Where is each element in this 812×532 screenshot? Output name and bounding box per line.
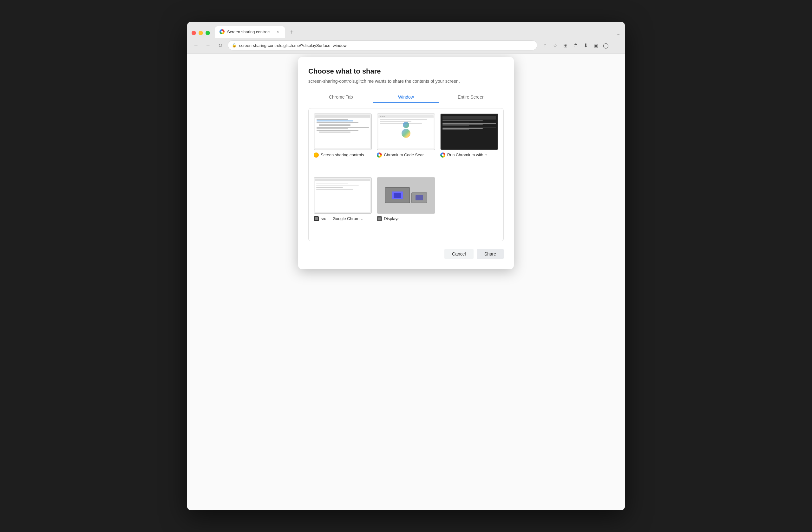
window-grid: Screen sharing controls bbox=[308, 108, 504, 241]
refresh-button[interactable]: ↻ bbox=[216, 41, 224, 50]
tab-title: Screen sharing controls bbox=[227, 29, 273, 34]
address-text: screen-sharing-controls.glitch.me/?displ… bbox=[239, 43, 533, 48]
browser-tab[interactable]: Screen sharing controls × bbox=[215, 26, 285, 38]
window-preview-4 bbox=[314, 177, 372, 214]
window-icon-3 bbox=[440, 152, 445, 158]
window-item-chromium-code[interactable]: Chromium Code Searc… bbox=[376, 112, 436, 174]
browser-window: Screen sharing controls × + ⌄ ← → ↻ 🔒 sc… bbox=[187, 22, 625, 510]
window-icon-1 bbox=[314, 152, 319, 158]
window-label-text-4: src — Google Chrome... bbox=[321, 216, 365, 221]
back-button[interactable]: ← bbox=[192, 41, 201, 50]
share-button[interactable]: Share bbox=[477, 249, 504, 259]
menu-icon[interactable]: ⋮ bbox=[611, 41, 620, 50]
window-item-run-chromium[interactable]: Run Chromium with co… bbox=[439, 112, 499, 174]
window-preview-5 bbox=[377, 177, 435, 214]
lock-icon: 🔒 bbox=[232, 43, 237, 47]
modal-footer: Cancel Share bbox=[308, 249, 504, 259]
forward-button[interactable]: → bbox=[204, 41, 213, 50]
tab-favicon bbox=[219, 29, 224, 34]
page-content: Choose what to share screen-sharing-cont… bbox=[187, 54, 625, 510]
window-preview-1 bbox=[314, 114, 372, 150]
new-tab-button[interactable]: + bbox=[287, 28, 296, 36]
window-label-4: src — Google Chrome... bbox=[314, 216, 372, 221]
window-item-screen-sharing[interactable]: Screen sharing controls bbox=[313, 112, 373, 174]
flask-icon[interactable]: ⚗ bbox=[571, 41, 580, 50]
window-label-text-2: Chromium Code Searc… bbox=[384, 152, 428, 157]
modal-subtitle: screen-sharing-controls.glitch.me wants … bbox=[308, 79, 504, 84]
tab-chrome-tab[interactable]: Chrome Tab bbox=[308, 91, 373, 103]
window-label-5: Displays bbox=[377, 216, 435, 221]
tab-dropdown-button[interactable]: ⌄ bbox=[616, 30, 620, 36]
window-label-1: Screen sharing controls bbox=[314, 152, 372, 158]
address-row: ← → ↻ 🔒 screen-sharing-controls.glitch.m… bbox=[187, 38, 625, 54]
toolbar-icons: ↑ ☆ ⊞ ⚗ ⬇ ▣ ◯ ⋮ bbox=[540, 41, 620, 50]
traffic-lights bbox=[192, 31, 210, 38]
cancel-button[interactable]: Cancel bbox=[444, 249, 474, 259]
window-icon-2 bbox=[377, 152, 382, 158]
window-preview-3 bbox=[440, 114, 498, 150]
window-label-3: Run Chromium with co… bbox=[440, 152, 498, 158]
splitscreen-icon[interactable]: ▣ bbox=[591, 41, 600, 50]
modal-title: Choose what to share bbox=[308, 67, 504, 75]
tab-row: Screen sharing controls × + ⌄ bbox=[187, 22, 625, 38]
window-label-text-1: Screen sharing controls bbox=[321, 152, 364, 157]
share-tabs: Chrome Tab Window Entire Screen bbox=[308, 91, 504, 103]
modal-overlay: Choose what to share screen-sharing-cont… bbox=[187, 54, 625, 510]
window-label-2: Chromium Code Searc… bbox=[377, 152, 435, 158]
maximize-window-button[interactable] bbox=[205, 31, 210, 35]
title-bar: Screen sharing controls × + ⌄ ← → ↻ 🔒 sc… bbox=[187, 22, 625, 54]
window-item-displays[interactable]: Displays bbox=[376, 176, 436, 237]
window-label-text-3: Run Chromium with co… bbox=[447, 152, 492, 157]
minimize-window-button[interactable] bbox=[199, 31, 203, 35]
download-icon[interactable]: ⬇ bbox=[581, 41, 590, 50]
tab-entire-screen[interactable]: Entire Screen bbox=[439, 91, 504, 103]
window-item-empty bbox=[439, 176, 499, 237]
window-label-text-5: Displays bbox=[384, 216, 399, 221]
tab-close-button[interactable]: × bbox=[275, 29, 280, 34]
window-icon-5 bbox=[377, 216, 382, 221]
share-toolbar-icon[interactable]: ↑ bbox=[540, 41, 549, 50]
window-item-src[interactable]: src — Google Chrome... bbox=[313, 176, 373, 237]
profile-icon[interactable]: ◯ bbox=[601, 41, 610, 50]
extensions-icon[interactable]: ⊞ bbox=[561, 41, 570, 50]
window-preview-2 bbox=[377, 114, 435, 150]
tab-window[interactable]: Window bbox=[373, 91, 438, 103]
address-bar[interactable]: 🔒 screen-sharing-controls.glitch.me/?dis… bbox=[228, 40, 537, 50]
star-icon[interactable]: ☆ bbox=[551, 41, 560, 50]
window-icon-4 bbox=[314, 216, 319, 221]
share-modal: Choose what to share screen-sharing-cont… bbox=[298, 57, 514, 269]
close-window-button[interactable] bbox=[192, 31, 196, 35]
